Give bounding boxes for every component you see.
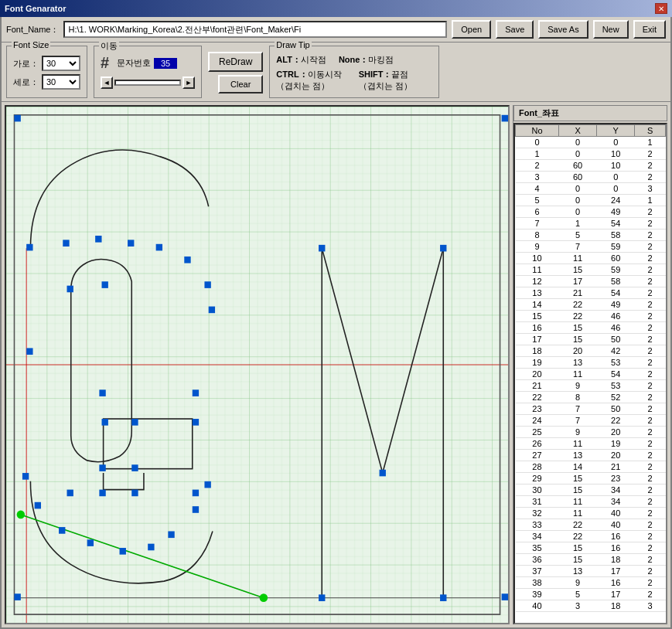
font-size-label: Font Size: [12, 40, 50, 49]
svg-rect-35: [99, 389, 105, 396]
svg-rect-40: [67, 490, 73, 497]
svg-rect-54: [502, 115, 508, 122]
table-row: 2713202: [516, 450, 666, 461]
table-row: 4003: [516, 183, 666, 195]
svg-rect-41: [193, 490, 199, 497]
hash-icon: #: [101, 54, 109, 72]
table-row: 3515162: [516, 542, 666, 554]
new-button[interactable]: New: [593, 20, 629, 39]
table-row: 1011602: [516, 253, 666, 264]
table-row: 1715502: [516, 334, 666, 345]
svg-rect-52: [502, 593, 508, 600]
svg-rect-39: [99, 490, 105, 497]
title-bar: Font Genarator ✕: [0, 0, 672, 17]
tip-ctrl: CTRL：이동시작（겹치는 점）: [276, 69, 341, 92]
canvas-area[interactable]: [5, 105, 510, 624]
table-row: 10102: [516, 148, 666, 160]
table-row: 2011542: [516, 369, 666, 380]
table-row: 395172: [516, 589, 666, 600]
tip-shift: SHIFT：끝점（겹치는 점）: [359, 69, 412, 92]
svg-rect-21: [35, 502, 41, 509]
title-bar-text: Font Genarator: [5, 4, 66, 13]
coord-panel: Font_좌표 No X Y S 000110102260102360: [513, 105, 667, 624]
canvas-svg: [6, 107, 508, 623]
svg-rect-50: [440, 594, 446, 601]
svg-rect-46: [319, 245, 325, 252]
close-button[interactable]: ✕: [655, 3, 667, 14]
table-row: 1422492: [516, 299, 666, 311]
table-row: 0001: [516, 137, 666, 148]
col-y: Y: [597, 125, 635, 137]
svg-rect-20: [22, 473, 29, 480]
coord-table-wrapper[interactable]: No X Y S 0001101022601023600240035024160…: [513, 123, 667, 624]
char-no-label: 문자번호: [117, 57, 151, 69]
table-row: 1321542: [516, 287, 666, 299]
svg-rect-24: [120, 548, 126, 555]
table-row: 3615182: [516, 554, 666, 566]
table-row: 3713172: [516, 566, 666, 577]
svg-rect-17: [204, 281, 210, 288]
table-row: 3015342: [516, 484, 666, 496]
table-row: 50241: [516, 195, 666, 206]
svg-rect-14: [128, 240, 134, 246]
slider-track[interactable]: [114, 80, 181, 86]
garo-label: 가로：: [13, 58, 39, 70]
table-row: 1615462: [516, 322, 666, 334]
svg-rect-51: [14, 593, 20, 600]
svg-rect-47: [440, 245, 446, 252]
table-row: 85582: [516, 230, 666, 241]
svg-rect-49: [319, 594, 325, 601]
save-as-button[interactable]: Save As: [538, 20, 588, 39]
content-area: Font_좌표 No X Y S 000110102260102360: [2, 102, 670, 627]
table-row: 2814212: [516, 461, 666, 473]
svg-rect-34: [193, 389, 199, 396]
svg-point-10: [260, 593, 268, 602]
svg-rect-23: [87, 539, 94, 546]
table-row: 403183: [516, 600, 666, 612]
table-row: 2611192: [516, 438, 666, 450]
coord-title: Font_좌표: [513, 105, 667, 121]
sero-label: 세로：: [13, 76, 39, 88]
controls-row: Font Size 가로： 30 세로： 30 이동: [2, 42, 670, 102]
exit-button[interactable]: Exit: [633, 20, 666, 39]
table-row: 228522: [516, 392, 666, 403]
draw-tip-group: Draw Tip ALT：시작점 None：마킹점 CTRL：이동시작（겹치는 …: [269, 46, 439, 98]
svg-rect-29: [67, 286, 73, 293]
slider-left-button[interactable]: ◄: [101, 76, 113, 89]
redraw-button[interactable]: ReDraw: [208, 52, 263, 72]
table-row: 259202: [516, 427, 666, 438]
svg-rect-37: [131, 464, 138, 471]
table-row: 1115592: [516, 264, 666, 276]
table-row: 36002: [516, 172, 666, 183]
font-name-input[interactable]: [63, 21, 447, 38]
table-row: 260102: [516, 160, 666, 172]
table-row: 3211402: [516, 508, 666, 519]
sero-select[interactable]: 30: [42, 74, 80, 90]
table-row: 1913532: [516, 357, 666, 369]
svg-rect-18: [209, 307, 215, 314]
svg-rect-19: [26, 348, 32, 355]
table-row: 3322402: [516, 519, 666, 531]
table-row: 219532: [516, 380, 666, 392]
table-row: 97592: [516, 241, 666, 253]
svg-rect-36: [99, 464, 105, 471]
col-no: No: [516, 125, 559, 137]
svg-rect-22: [59, 527, 65, 534]
table-row: 2915232: [516, 473, 666, 484]
svg-rect-30: [102, 281, 108, 288]
svg-rect-16: [184, 257, 190, 264]
slider-right-button[interactable]: ►: [182, 76, 195, 89]
open-button[interactable]: Open: [452, 20, 491, 39]
tip-none: None：마킹점: [339, 54, 394, 66]
garo-select[interactable]: 30: [42, 56, 80, 71]
save-button[interactable]: Save: [496, 20, 534, 39]
toolbar: Font_Name： Open Save Save As New Exit: [2, 17, 670, 42]
svg-rect-26: [168, 531, 174, 538]
svg-rect-31: [102, 419, 108, 426]
svg-rect-15: [156, 244, 162, 251]
char-no-value: 35: [154, 58, 177, 69]
svg-rect-48: [380, 470, 386, 477]
svg-rect-33: [193, 419, 199, 426]
table-row: 71542: [516, 218, 666, 230]
clear-button[interactable]: Clear: [218, 75, 263, 94]
